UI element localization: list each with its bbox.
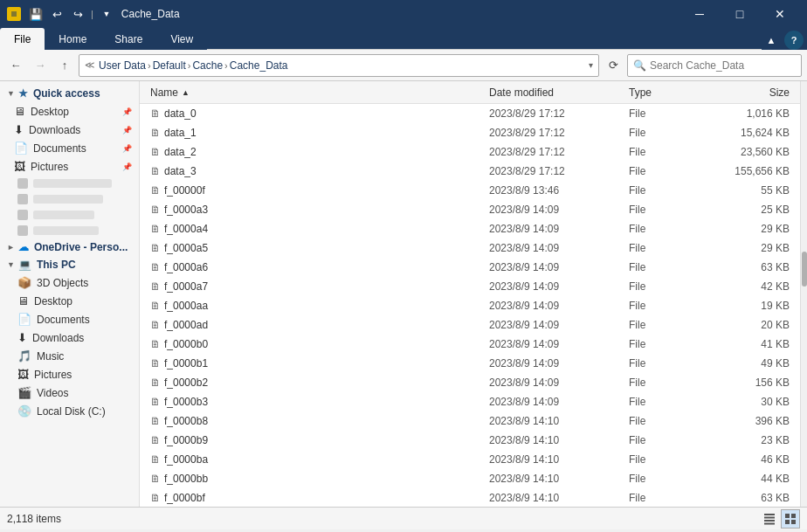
help-button[interactable]: ? (784, 31, 804, 50)
table-row[interactable]: 🗎 f_0000a5 2023/8/9 14:09 File 29 KB (140, 238, 800, 258)
table-row[interactable]: 🗎 f_0000a4 2023/8/9 14:09 File 29 KB (140, 219, 800, 238)
ribbon-expand-button[interactable]: ▲ (762, 31, 781, 50)
col-header-size[interactable]: Size (709, 81, 797, 103)
sidebar-scroll-thumb[interactable] (802, 252, 807, 287)
sidebar-blurred-4[interactable] (0, 223, 139, 238)
file-icon: 🗎 (150, 434, 161, 446)
address-bar[interactable]: ≪ User Data › Default › Cache › Cache_Da… (79, 54, 599, 77)
table-row[interactable]: 🗎 f_0000b8 2023/8/9 14:10 File 396 KB (140, 411, 800, 431)
file-date-cell: 2023/8/9 14:09 (482, 319, 622, 331)
this-pc-chevron: ▼ (7, 260, 15, 269)
maximize-button[interactable]: □ (720, 0, 760, 28)
sidebar-blurred-3[interactable] (0, 207, 139, 223)
table-row[interactable]: 🗎 data_3 2023/8/29 17:12 File 155,656 KB (140, 162, 800, 181)
table-row[interactable]: 🗎 f_0000b2 2023/8/9 14:09 File 156 KB (140, 373, 800, 392)
file-type-cell: File (622, 492, 709, 504)
qat-dropdown-button[interactable]: ▼ (97, 4, 116, 24)
sidebar-item-desktop[interactable]: 🖥 Desktop (0, 292, 139, 310)
file-name-cell: 🗎 f_0000b8 (143, 415, 482, 427)
table-row[interactable]: 🗎 data_2 2023/8/29 17:12 File 23,560 KB (140, 142, 800, 162)
table-row[interactable]: 🗎 f_0000b0 2023/8/9 14:09 File 41 KB (140, 335, 800, 354)
tab-view[interactable]: View (156, 29, 207, 50)
sidebar-item-pictures-quick[interactable]: 🖼 Pictures 📌 (0, 157, 139, 176)
table-row[interactable]: 🗎 data_0 2023/8/29 17:12 File 1,016 KB (140, 104, 800, 123)
table-row[interactable]: 🗎 f_0000ad 2023/8/9 14:09 File 20 KB (140, 315, 800, 335)
svg-rect-3 (764, 516, 775, 518)
sidebar-scrollbar[interactable] (800, 81, 807, 507)
sidebar-item-music[interactable]: 🎵 Music (0, 347, 139, 365)
undo-qat-button[interactable]: ↩ (47, 4, 66, 24)
file-icon: 🗎 (150, 338, 161, 350)
address-default[interactable]: Default (153, 59, 186, 72)
sidebar-item-documents-quick[interactable]: 📄 Documents 📌 (0, 139, 139, 157)
address-user-data[interactable]: User Data (99, 59, 146, 72)
onedrive-header[interactable]: ► ☁ OneDrive - Perso... (0, 238, 139, 256)
tab-home[interactable]: Home (45, 29, 100, 50)
minimize-button[interactable]: ─ (679, 0, 720, 28)
search-input[interactable] (650, 59, 796, 72)
forward-button[interactable]: → (30, 55, 51, 76)
up-button[interactable]: ↑ (54, 55, 75, 76)
sort-arrow-name: ▲ (182, 88, 190, 97)
table-row[interactable]: 🗎 f_0000bf 2023/8/9 14:10 File 63 KB (140, 488, 800, 507)
col-header-date[interactable]: Date modified (482, 81, 622, 103)
table-row[interactable]: 🗎 f_0000b3 2023/8/9 14:09 File 30 KB (140, 392, 800, 411)
sidebar-item-desktop-quick[interactable]: 🖥 Desktop 📌 (0, 102, 139, 121)
sidebar-pictures-pc-label: Pictures (34, 369, 132, 381)
sidebar-blurred-1[interactable] (0, 176, 139, 191)
table-row[interactable]: 🗎 f_0000a6 2023/8/9 14:09 File 63 KB (140, 258, 800, 277)
file-name: f_0000aa (164, 300, 208, 312)
sidebar-item-downloads-quick[interactable]: ⬇ Downloads 📌 (0, 121, 139, 139)
file-type-cell: File (622, 127, 709, 139)
this-pc-header[interactable]: ▼ 💻 This PC (0, 256, 139, 273)
sidebar-blurred-2[interactable] (0, 191, 139, 207)
sidebar-item-documents-pc[interactable]: 📄 Documents (0, 310, 139, 328)
large-icons-view-button[interactable] (781, 509, 800, 529)
table-row[interactable]: 🗎 f_00000f 2023/8/9 13:46 File 55 KB (140, 181, 800, 200)
table-row[interactable]: 🗎 f_0000ba 2023/8/9 14:10 File 46 KB (140, 450, 800, 469)
file-size-cell: 63 KB (709, 261, 797, 273)
address-dropdown-button[interactable]: ▾ (589, 60, 593, 70)
file-size-cell: 23,560 KB (709, 146, 797, 158)
col-header-name[interactable]: Name ▲ (143, 81, 482, 103)
table-row[interactable]: 🗎 f_0000bb 2023/8/9 14:10 File 44 KB (140, 469, 800, 488)
file-size-cell: 23 KB (709, 434, 797, 446)
tab-file[interactable]: File (0, 28, 45, 50)
file-icon: 🗎 (150, 492, 161, 504)
back-button[interactable]: ← (5, 55, 26, 76)
file-name: f_0000a4 (164, 223, 208, 235)
address-cache[interactable]: Cache (192, 59, 223, 72)
quick-access-chevron: ▼ (7, 89, 15, 98)
save-qat-button[interactable]: 💾 (26, 4, 45, 24)
file-icon: 🗎 (150, 107, 161, 120)
file-name: f_0000b2 (164, 377, 208, 389)
table-row[interactable]: 🗎 f_0000b1 2023/8/9 14:09 File 49 KB (140, 354, 800, 373)
sidebar-item-downloads-pc[interactable]: ⬇ Downloads (0, 328, 139, 347)
refresh-button[interactable]: ⟳ (603, 55, 624, 76)
file-name: f_0000a3 (164, 204, 208, 216)
sidebar-item-local-disk[interactable]: 💿 Local Disk (C:) (0, 402, 139, 420)
file-icon: 🗎 (150, 396, 161, 408)
sidebar-item-pictures-pc[interactable]: 🖼 Pictures (0, 365, 139, 383)
svg-rect-5 (764, 522, 775, 524)
file-name: f_0000a5 (164, 242, 208, 254)
search-bar[interactable]: 🔍 (627, 54, 802, 77)
file-name: f_00000f (164, 184, 205, 197)
table-row[interactable]: 🗎 f_0000a3 2023/8/9 14:09 File 25 KB (140, 200, 800, 219)
quick-access-header[interactable]: ▼ ★ Quick access (0, 85, 139, 102)
file-name: f_0000a6 (164, 261, 208, 273)
table-row[interactable]: 🗎 f_0000a7 2023/8/9 14:09 File 42 KB (140, 277, 800, 296)
col-header-type[interactable]: Type (622, 81, 709, 103)
file-size-cell: 396 KB (709, 415, 797, 427)
address-cache-data[interactable]: Cache_Data (230, 59, 288, 72)
table-row[interactable]: 🗎 f_0000aa 2023/8/9 14:09 File 19 KB (140, 296, 800, 315)
sidebar-item-3d-objects[interactable]: 📦 3D Objects (0, 273, 139, 292)
close-button[interactable]: ✕ (760, 0, 800, 28)
tab-share[interactable]: Share (100, 29, 156, 50)
sidebar-item-videos[interactable]: 🎬 Videos (0, 383, 139, 402)
details-view-button[interactable] (760, 509, 779, 529)
file-name-cell: 🗎 f_0000b0 (143, 338, 482, 350)
table-row[interactable]: 🗎 f_0000b9 2023/8/9 14:10 File 23 KB (140, 431, 800, 450)
redo-qat-button[interactable]: ↪ (68, 4, 87, 24)
table-row[interactable]: 🗎 data_1 2023/8/29 17:12 File 15,624 KB (140, 123, 800, 142)
